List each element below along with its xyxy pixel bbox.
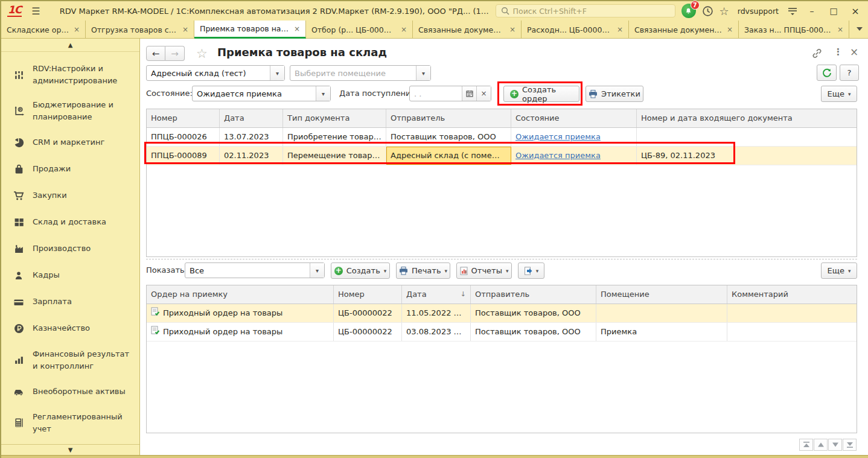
column-header[interactable]: Дата (220, 109, 283, 127)
warehouse-combo[interactable]: ▾ (146, 65, 285, 81)
cell-doc-type[interactable]: Перемещение товаров (283, 147, 386, 165)
cell-date[interactable]: 13.07.2023 (220, 128, 283, 146)
sidebar-item-regulated[interactable]: Регламентированный учет (1, 405, 139, 441)
state-combo[interactable]: ▾ (192, 86, 331, 101)
pane-splitter[interactable] (146, 259, 857, 259)
cell-number[interactable]: ЦБ-00000022 (334, 323, 402, 341)
history-icon[interactable] (702, 5, 713, 17)
column-header[interactable]: Отправитель (386, 109, 511, 127)
export-button[interactable]: ▾ (518, 262, 544, 279)
tab-rashodn[interactable]: Расходн... ЦБ-00000220× (522, 21, 629, 39)
cell-number[interactable]: ППЦБ-000026 (147, 128, 220, 146)
state-link[interactable]: Ожидается приемка (515, 151, 601, 160)
tab-otbor[interactable]: Отбор (р... ЦБ-00000030× (306, 21, 413, 39)
clear-date-icon[interactable]: × (476, 86, 491, 101)
minimize-button[interactable]: – (804, 6, 820, 16)
cell-date[interactable]: 02.11.2023 (220, 147, 283, 165)
window-close-button[interactable]: × (847, 5, 863, 17)
column-header[interactable]: Комментарий (727, 285, 857, 304)
sidebar-collapse-down[interactable]: ▼ (1, 444, 139, 455)
sidebar-item-crm[interactable]: CRM и маркетинг (1, 130, 139, 156)
tab-svyazannye-2[interactable]: Связанные документ...× (629, 21, 739, 39)
sidebar-item-purchases[interactable]: Закупки (1, 183, 139, 209)
sidebar-item-warehouse[interactable]: Склад и доставка (1, 209, 139, 236)
cell-date[interactable]: 03.08.2023 1... (402, 323, 471, 341)
tab-close-icon[interactable]: × (509, 25, 515, 34)
search-input[interactable] (513, 7, 670, 16)
sidebar-item-production[interactable]: Производство (1, 236, 139, 262)
cell-sender[interactable]: Поставщик товаров, ООО (471, 323, 596, 341)
cell-sender[interactable]: Поставщик товаров, ООО (471, 304, 596, 322)
tab-priemka-active[interactable]: Приемка товаров на с...× (194, 21, 306, 39)
table-row-selected[interactable]: ППЦБ-000089 02.11.2023 Перемещение товар… (147, 147, 857, 165)
cell-date[interactable]: 11.05.2022 2... (402, 304, 471, 322)
column-header[interactable]: Отправитель (471, 285, 596, 304)
next-row-button[interactable] (828, 439, 842, 451)
dropdown-arrow-icon[interactable]: ▾ (316, 86, 330, 101)
table-row[interactable]: ППЦБ-000026 13.07.2023 Приобретение това… (147, 128, 857, 147)
sidebar-item-salary[interactable]: Зарплата (1, 289, 139, 316)
column-header[interactable]: Помещение (596, 285, 727, 304)
global-search[interactable] (496, 4, 675, 17)
table-row[interactable]: Приходный ордер на товары ЦБ-00000022 03… (147, 323, 857, 342)
get-link-icon[interactable] (812, 48, 822, 60)
sidebar-item-treasury[interactable]: Казначейство (1, 316, 139, 342)
main-menu-icon[interactable]: ☰ (28, 5, 43, 17)
sidebar-item-hr[interactable]: Кадры (1, 262, 139, 289)
cell-incoming[interactable] (637, 128, 857, 146)
tab-close-icon[interactable]: × (182, 25, 188, 34)
service-menu-icon[interactable] (787, 6, 798, 16)
tab-close-icon[interactable]: × (74, 25, 80, 34)
help-button[interactable]: ? (840, 65, 859, 81)
cell-order[interactable]: Приходный ордер на товары (147, 323, 334, 341)
more-button-top[interactable]: Еще ▾ (821, 86, 857, 102)
notifications-button[interactable]: 7 (681, 4, 696, 18)
labels-button[interactable]: Этикетки (586, 86, 643, 102)
column-header[interactable]: Состояние (511, 109, 637, 127)
dropdown-arrow-icon[interactable]: ▾ (416, 66, 430, 80)
column-header[interactable]: Тип документа (283, 109, 386, 127)
refresh-button[interactable] (817, 65, 837, 81)
cell-number[interactable]: ППЦБ-000089 (147, 147, 220, 165)
cell-sender[interactable]: Поставщик товаров, ООО (386, 128, 511, 146)
tab-svyazannye-1[interactable]: Связанные документ...× (413, 21, 522, 39)
sidebar-collapse-up[interactable]: ▲ (1, 39, 139, 52)
cell-comment[interactable] (727, 323, 857, 341)
dropdown-arrow-icon[interactable]: ▾ (310, 263, 324, 278)
current-user[interactable]: rdvsupport (735, 7, 781, 16)
column-header[interactable]: Номер (147, 109, 220, 127)
state-link[interactable]: Ожидается приемка (515, 132, 601, 141)
sidebar-item-sales[interactable]: Продажи (1, 156, 139, 183)
forward-button[interactable]: → (165, 46, 185, 61)
favorite-star-icon[interactable]: ☆ (196, 46, 208, 61)
panel-close-icon[interactable]: × (850, 46, 858, 58)
cell-comment[interactable] (727, 304, 857, 322)
cell-doc-type[interactable]: Приобретение товаров ... (283, 128, 386, 146)
date-input[interactable] (410, 86, 462, 101)
show-input[interactable] (185, 263, 310, 278)
column-header[interactable]: Номер (334, 285, 402, 304)
cell-number[interactable]: ЦБ-00000022 (334, 304, 402, 322)
column-header-sorted[interactable]: Дата↓ (402, 285, 471, 304)
print-button[interactable]: Печать ▾ (396, 262, 450, 279)
create-order-button[interactable]: + Создать ордер (503, 86, 579, 102)
reports-button[interactable]: Отчеты ▾ (456, 262, 512, 279)
date-filter-field[interactable]: × (409, 86, 491, 101)
tab-close-icon[interactable]: × (837, 25, 843, 34)
cell-sender-active[interactable]: Адресный склад (с помещениями) (386, 147, 511, 165)
sidebar-item-budgeting[interactable]: Бюджетирование и планирование (1, 93, 139, 129)
tab-close-icon[interactable]: × (294, 25, 300, 33)
table-row-selected[interactable]: Приходный ордер на товары ЦБ-00000022 11… (147, 304, 857, 323)
go-first-row-button[interactable] (799, 439, 813, 451)
sidebar-item-finance[interactable]: Финансовый результат и контроллинг (1, 342, 139, 378)
calendar-icon[interactable] (462, 86, 476, 101)
cell-incoming[interactable]: ЦБ-89, 02.11.2023 (637, 147, 857, 165)
tab-close-icon[interactable]: × (401, 25, 407, 34)
tab-list-dropdown-icon[interactable] (849, 21, 868, 38)
tab-otgruzka[interactable]: Отгрузка товаров со с...× (86, 21, 194, 39)
room-input[interactable] (290, 66, 416, 80)
tab-close-icon[interactable]: × (617, 25, 623, 34)
cell-room[interactable]: Приемка (596, 323, 727, 341)
warehouse-input[interactable] (147, 66, 270, 80)
cell-room[interactable] (596, 304, 727, 322)
